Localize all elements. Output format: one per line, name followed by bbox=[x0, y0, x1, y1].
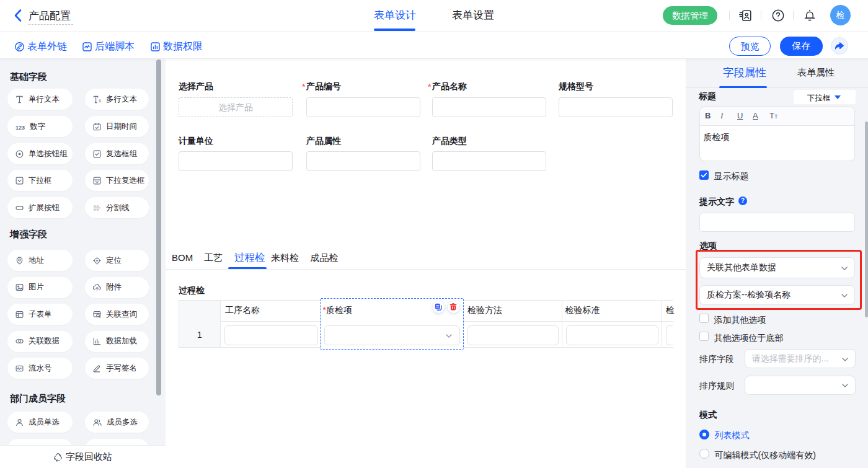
svg-text:123: 123 bbox=[16, 124, 25, 130]
